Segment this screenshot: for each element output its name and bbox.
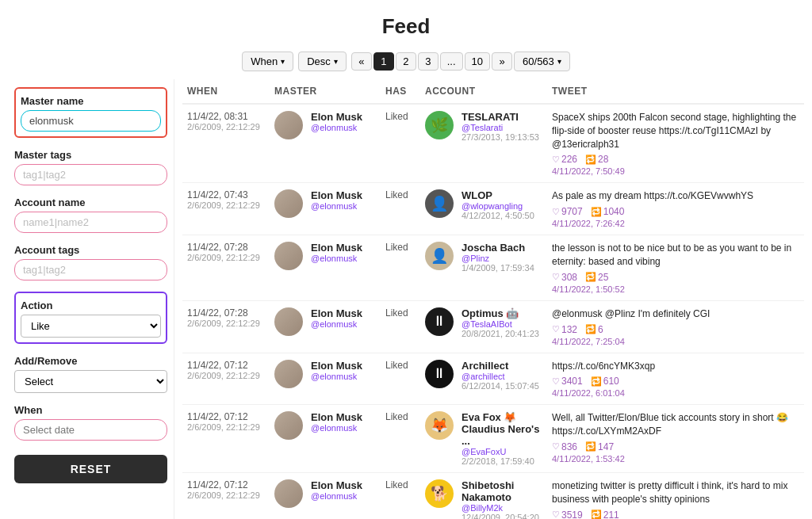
desc-filter-btn[interactable]: Desc ▾ [298,52,347,71]
cell-has: Liked [381,183,420,235]
action-select[interactable]: Like Retweet Reply [21,315,161,338]
cell-account: ⏸ Optimus 🤖 @TeslaAIBot 20/8/2021, 20:41… [420,300,547,353]
master-avatar [274,411,303,440]
tweet-date: 4/11/2022, 7:25:04 [552,337,799,346]
cell-tweet: Well, all Twitter/Elon/Blue tick account… [547,405,804,473]
heart-icon: ♡ [552,509,560,519]
retweet-icon: 🔁 [585,441,596,452]
cell-tweet: As pale as my dream https://t.co/KGEVwvw… [547,183,804,235]
heart-icon: ♡ [552,376,560,387]
account-avatar: 🐕 [425,479,454,508]
col-tweet: TWEET [547,79,804,104]
tweet-date: 4/11/2022, 1:53:42 [552,454,799,464]
master-avatar [274,111,303,139]
page-3-btn[interactable]: 3 [418,52,439,71]
account-name-label: Account name [14,197,167,208]
when-arrow-icon: ▾ [281,57,285,66]
master-tags-input[interactable] [14,164,167,185]
when-group: When [14,404,167,441]
account-avatar: ⏸ [425,360,454,388]
cell-tweet: SpaceX ships 200th Falcon second stage, … [547,104,804,183]
account-avatar: ⏸ [425,307,454,336]
when-filter-btn[interactable]: When ▾ [242,52,293,71]
when-input[interactable] [14,419,167,441]
retweet-icon: 🔁 [585,155,596,165]
next-page-btn[interactable]: » [492,52,512,71]
retweet-stat: 🔁6 [585,324,603,335]
retweet-stat: 🔁28 [585,154,608,165]
action-label: Action [21,300,161,311]
pagination: « 1 2 3 ... 10 » 60/563 ▾ [351,52,570,71]
retweet-icon: 🔁 [591,509,602,519]
account-avatar: 🦊 [425,411,454,440]
col-has: HAS [381,79,420,104]
master-tags-label: Master tags [14,149,167,161]
cell-account: 🦊 Eva Fox 🦊Claudius Nero's ... @EvaFoxU … [420,405,547,473]
cell-when: 11/4/22, 07:28 2/6/2009, 22:12:29 [182,300,270,353]
account-name-input[interactable] [14,212,167,233]
table-row: 11/4/22, 07:12 2/6/2009, 22:12:29 Elon M… [182,353,804,405]
page-1-btn[interactable]: 1 [373,52,394,71]
add-remove-label: Add/Remove [14,355,167,367]
count-btn[interactable]: 60/563 ▾ [514,52,570,71]
col-master: MASTER [270,79,381,104]
action-box: Action Like Retweet Reply [14,292,167,344]
retweet-stat: 🔁610 [591,376,619,387]
heart-icon: ♡ [552,155,560,165]
cell-account: 🐕 Shibetoshi Nakamoto @BillyM2k 12/4/200… [420,473,547,519]
master-avatar [274,242,303,270]
master-avatar [274,189,303,218]
page-2-btn[interactable]: 2 [396,52,416,71]
add-remove-select[interactable]: Select Add Remove [14,370,167,393]
reset-button[interactable]: RESET [14,455,167,483]
main-layout: Master name Master tags Account name Acc… [0,79,812,519]
master-avatar [274,479,303,508]
master-name-input[interactable] [21,110,161,132]
cell-account: 👤 Joscha Bach @Plinz 1/4/2009, 17:59:34 [420,235,547,301]
retweet-icon: 🔁 [585,272,596,282]
retweet-icon: 🔁 [591,376,602,387]
desc-arrow-icon: ▾ [334,57,338,66]
retweet-stat: 🔁147 [585,441,614,452]
cell-tweet: the lesson is not to be nice but to be a… [547,235,804,301]
table-row: 11/4/22, 07:12 2/6/2009, 22:12:29 Elon M… [182,405,804,473]
heart-icon: ♡ [552,441,560,452]
master-name-label: Master name [21,95,161,107]
cell-when: 11/4/22, 07:12 2/6/2009, 22:12:29 [182,473,270,519]
account-tags-label: Account tags [14,244,167,256]
cell-when: 11/4/22, 07:43 2/6/2009, 22:12:29 [182,183,270,235]
table-row: 11/4/22, 07:43 2/6/2009, 22:12:29 Elon M… [182,183,804,235]
table-row: 11/4/22, 07:28 2/6/2009, 22:12:29 Elon M… [182,300,804,353]
tweet-date: 4/11/2022, 7:50:49 [552,166,799,176]
page-10-btn[interactable]: 10 [465,52,490,71]
account-tags-group: Account tags [14,244,167,280]
cell-when: 11/4/22, 07:12 2/6/2009, 22:12:29 [182,405,270,473]
cell-master: Elon Musk @elonmusk [270,473,381,519]
account-tags-input[interactable] [14,259,167,280]
cell-has: Liked [381,104,420,183]
cell-master: Elon Musk @elonmusk [270,104,381,183]
cell-tweet: https://t.co/6ncYMK3xqp ♡3401 🔁610 4/11/… [547,353,804,405]
top-bar: When ▾ Desc ▾ « 1 2 3 ... 10 » 60/563 ▾ [0,47,812,79]
cell-master: Elon Musk @elonmusk [270,405,381,473]
like-stat: ♡226 [552,154,577,165]
cell-has: Liked [381,405,420,473]
page-ellipsis-btn[interactable]: ... [440,52,463,71]
like-stat: ♡132 [552,324,577,335]
add-remove-group: Add/Remove Select Add Remove [14,355,167,393]
table-row: 11/4/22, 07:12 2/6/2009, 22:12:29 Elon M… [182,473,804,519]
prev-page-btn[interactable]: « [351,52,372,71]
table-row: 11/4/22, 07:28 2/6/2009, 22:12:29 Elon M… [182,235,804,301]
col-when: WHEN [182,79,270,104]
cell-account: ⏸ Archillect @archillect 6/12/2014, 15:0… [420,353,547,405]
heart-icon: ♡ [552,272,560,282]
heart-icon: ♡ [552,207,560,217]
like-stat: ♡3401 [552,376,583,387]
account-avatar: 👤 [425,242,454,270]
master-tags-group: Master tags [14,149,167,185]
retweet-icon: 🔁 [591,207,602,217]
like-stat: ♡9707 [552,206,583,217]
cell-master: Elon Musk @elonmusk [270,353,381,405]
content-area: WHEN MASTER HAS ACCOUNT TWEET 11/4/22, 0… [174,79,804,519]
count-arrow-icon: ▾ [557,57,561,66]
